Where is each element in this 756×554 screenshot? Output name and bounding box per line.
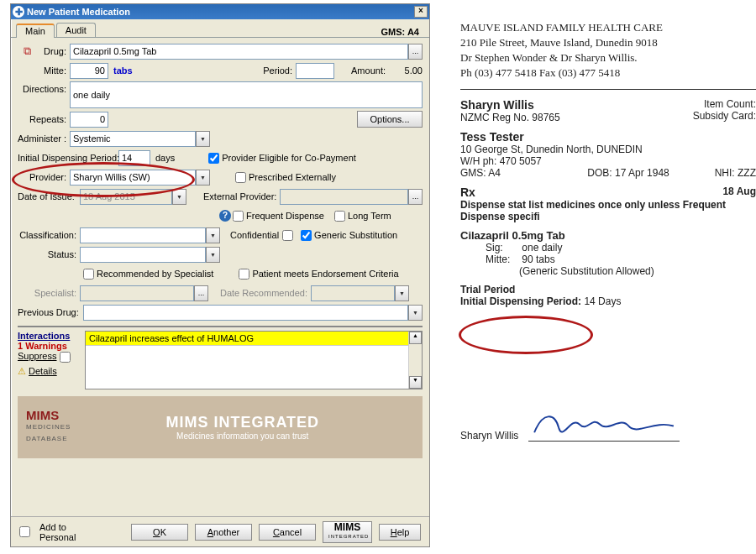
- clinic-name: MAUVE ISLAND FAMILY HEALTH CARE: [460, 20, 756, 35]
- add-personal-checkbox[interactable]: [19, 526, 30, 537]
- rx-mitte-value: 90 tabs: [522, 253, 554, 265]
- interaction-row[interactable]: Cilazapril increases effect of HUMALOG: [86, 332, 422, 346]
- details-link[interactable]: Details: [29, 366, 57, 376]
- interactions-list[interactable]: Cilazapril increases effect of HUMALOG ▲…: [85, 331, 423, 389]
- extprov-label: External Provider:: [203, 191, 280, 201]
- generic-sub-label: Generic Substitution: [314, 230, 397, 240]
- repeats-field[interactable]: [70, 112, 108, 128]
- extprov-lookup-button[interactable]: ...: [408, 189, 423, 205]
- confidential-label: Confidential: [230, 230, 282, 240]
- close-icon[interactable]: ×: [414, 6, 428, 18]
- warning-icon: ⚠: [18, 366, 26, 376]
- dispense-note: Dispense stat list medicines once only u…: [460, 199, 756, 222]
- administer-field[interactable]: [70, 131, 196, 147]
- provider-dropdown[interactable]: [196, 170, 210, 186]
- amount-value: 5.00: [389, 65, 423, 76]
- clinic-address: 210 Pile Street, Mauve Island, Dunedin 9…: [460, 35, 756, 50]
- period-label: Period:: [263, 65, 296, 76]
- subsidy-card-label: Subsidy Card:: [693, 110, 756, 122]
- another-button[interactable]: Another: [195, 524, 252, 541]
- daterec-dropdown[interactable]: [395, 285, 409, 301]
- longterm-checkbox[interactable]: [334, 211, 345, 222]
- help-icon[interactable]: ?: [219, 210, 231, 222]
- suppress-label: Suppress: [18, 351, 56, 361]
- titlebar: ✚ New Patient Medication ×: [11, 4, 429, 19]
- patient-address: 10 George St, Dunedin North, DUNEDIN: [460, 144, 756, 155]
- cancel-button[interactable]: Cancel: [259, 524, 316, 541]
- directions-label: Directions:: [18, 81, 70, 94]
- mitte-field[interactable]: [70, 63, 108, 79]
- patient-gms: GMS: A4: [460, 167, 587, 179]
- confidential-checkbox[interactable]: [282, 230, 293, 241]
- patient-dob: DOB: 17 Apr 1948: [587, 167, 714, 179]
- item-count-label: Item Count:: [693, 98, 756, 110]
- idp-unit: days: [155, 153, 175, 163]
- prevdrug-dropdown[interactable]: [408, 305, 423, 321]
- tab-main[interactable]: Main: [16, 24, 55, 38]
- idp-label: Initial Dispensing Period:: [18, 153, 118, 163]
- app-icon: ✚: [13, 6, 24, 18]
- directions-field[interactable]: [70, 81, 423, 108]
- administer-dropdown[interactable]: [196, 131, 210, 147]
- sig-label: Sig:: [486, 242, 519, 253]
- generic-sub-checkbox[interactable]: [301, 230, 312, 241]
- daterec-label: Date Recommended:: [220, 288, 311, 298]
- scroll-up-icon[interactable]: ▲: [409, 332, 422, 344]
- specialist-lookup-button[interactable]: ...: [194, 285, 208, 301]
- daterec-field: [311, 285, 395, 301]
- options-button[interactable]: Options...: [357, 111, 423, 128]
- provider-reg: NZMC Reg No. 98765: [460, 112, 693, 123]
- copay-label: Provider Eligible for Co-Payment: [222, 153, 356, 163]
- rec-specialist-label: Recommended by Specialist: [97, 269, 213, 279]
- frequent-dispense-checkbox[interactable]: [233, 211, 244, 222]
- scroll-down-icon[interactable]: ▼: [409, 376, 422, 389]
- rx-gensub: (Generic Substitution Allowed): [460, 265, 756, 277]
- status-dropdown[interactable]: [206, 247, 220, 263]
- tab-audit[interactable]: Audit: [56, 23, 96, 37]
- repeats-label: Repeats:: [18, 114, 70, 124]
- endorsement-checkbox[interactable]: [239, 269, 249, 280]
- rx-drug: Cilazapril 0.5mg Tab: [460, 229, 756, 242]
- prevdrug-field[interactable]: [83, 305, 408, 321]
- provider-label: Provider:: [18, 172, 70, 182]
- ok-button[interactable]: OK: [131, 524, 188, 541]
- mims-title: MIMS INTEGRATED: [165, 414, 319, 431]
- idp-field[interactable]: [118, 150, 150, 166]
- rec-specialist-checkbox[interactable]: [83, 269, 94, 280]
- interactions-scrollbar[interactable]: ▲ ▼: [408, 332, 422, 389]
- prescribed-ext-label: Prescribed Externally: [249, 172, 336, 182]
- doi-label: Date of Issue:: [18, 191, 80, 201]
- copay-checkbox[interactable]: [208, 153, 219, 164]
- drug-field[interactable]: [70, 44, 408, 60]
- prescribed-ext-checkbox[interactable]: [235, 172, 246, 183]
- mims-button[interactable]: MIMS INTEGRATED: [323, 521, 372, 543]
- mitte-unit: tabs: [113, 65, 133, 76]
- gms-badge: GMS: A4: [381, 27, 424, 37]
- classification-field[interactable]: [80, 227, 206, 243]
- specialist-field: [80, 285, 194, 301]
- frequent-dispense-label: Frequent Dispense: [246, 211, 324, 221]
- classification-dropdown[interactable]: [206, 227, 220, 243]
- status-field[interactable]: [80, 247, 206, 263]
- add-personal-label: Add to Personal: [39, 522, 101, 542]
- mitte-label: Mitte:: [18, 65, 70, 76]
- tab-strip: Main Audit GMS: A4: [11, 19, 429, 38]
- signature-name: Sharyn Willis: [460, 430, 518, 442]
- doi-dropdown[interactable]: [172, 189, 186, 205]
- period-field[interactable]: [296, 63, 334, 79]
- specialist-label: Specialist:: [18, 288, 80, 298]
- provider-field[interactable]: [70, 170, 196, 186]
- endorsement-label: Patient meets Endorsement Criteria: [252, 269, 398, 279]
- drug-lookup-button[interactable]: ...: [408, 44, 423, 60]
- doi-field: [80, 189, 172, 205]
- patient-name: Tess Tester: [460, 130, 756, 144]
- suppress-checkbox[interactable]: [60, 352, 71, 363]
- dialog-buttons: Add to Personal OK Another Cancel MIMS I…: [11, 516, 429, 546]
- interactions-header: Interactions: [18, 331, 85, 341]
- extprov-field: [280, 189, 408, 205]
- longterm-label: Long Term: [348, 211, 391, 221]
- interactions-warn-count: 1 Warnings: [18, 341, 85, 351]
- drug-label: Drug:: [36, 46, 70, 56]
- help-button[interactable]: Help: [379, 524, 421, 541]
- rx-idp-label: Initial Dispensing Period:: [460, 295, 581, 307]
